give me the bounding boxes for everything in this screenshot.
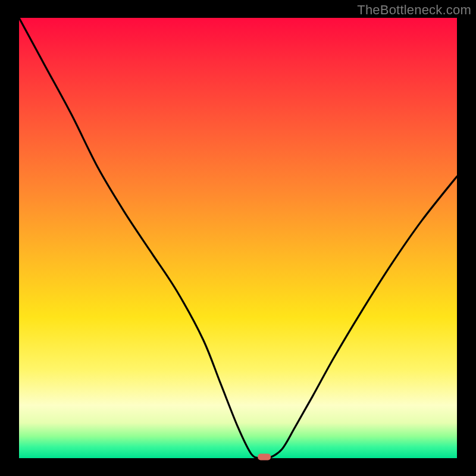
plot-area xyxy=(19,18,457,458)
min-marker xyxy=(258,454,271,461)
bottleneck-curve xyxy=(19,18,457,458)
watermark-text: TheBottleneck.com xyxy=(357,2,471,18)
curve-path xyxy=(19,18,457,459)
chart-frame: TheBottleneck.com xyxy=(0,0,476,476)
